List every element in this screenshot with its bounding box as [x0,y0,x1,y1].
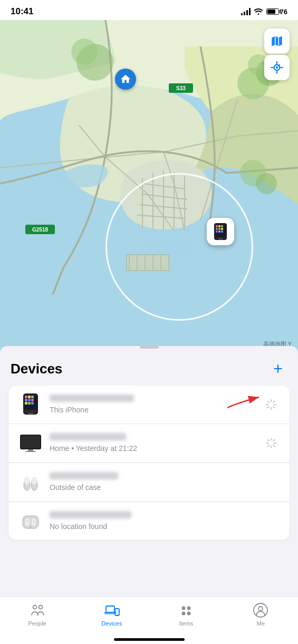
people-tab-label: People [28,620,46,627]
svg-rect-65 [28,402,31,405]
svg-rect-41 [216,225,218,227]
home-pin[interactable] [115,69,136,90]
add-device-button[interactable] [268,359,287,378]
svg-rect-45 [218,228,220,230]
svg-point-77 [24,477,30,485]
device-item-mac[interactable]: Home • Yesterday at 21:22 [8,424,290,462]
iphone-info: This iPhone [50,395,263,415]
mac-name-blurred [50,433,126,440]
svg-rect-67 [28,413,33,414]
svg-rect-43 [221,225,223,227]
battery-icon: 76 [266,8,287,16]
airpods2-status: No location found [50,522,107,531]
svg-point-92 [182,612,186,616]
map-view-button[interactable] [264,28,290,54]
airpods1-info: Outside of case [50,472,279,492]
svg-rect-64 [25,402,27,405]
iphone-name-blurred [50,395,134,402]
svg-point-86 [39,605,42,609]
devices-title: Devices [11,361,62,377]
wifi-icon [254,7,263,16]
svg-point-54 [276,66,278,69]
svg-point-78 [32,477,37,485]
svg-rect-62 [28,399,31,401]
svg-rect-49 [221,230,223,233]
svg-point-85 [33,605,36,609]
items-icon [178,602,194,618]
svg-rect-47 [216,230,218,233]
svg-rect-72 [25,451,36,452]
svg-rect-32 [127,255,169,271]
me-tab-label: Me [257,620,265,627]
device-item-airpods2[interactable]: No location found [8,502,290,540]
svg-point-31 [256,173,277,194]
location-button[interactable] [264,55,290,80]
svg-point-90 [182,607,186,610]
svg-point-93 [187,612,191,616]
tab-items[interactable]: Items [149,602,224,627]
svg-rect-59 [28,396,31,398]
airpods2-info: No location found [50,511,279,531]
svg-rect-63 [31,399,34,401]
airpods1-icon [19,470,42,494]
home-indicator [114,638,185,641]
status-bar: 10:41 76 [0,0,298,20]
svg-point-29 [71,39,98,65]
status-icons: 76 [241,7,287,16]
svg-rect-44 [216,228,218,230]
me-icon [253,602,268,618]
svg-rect-87 [106,606,114,612]
airpods1-status: Outside of case [50,483,101,492]
svg-text:G2518: G2518 [32,227,48,233]
map-view[interactable]: S33 G2518 [0,20,298,352]
devices-icon [104,602,120,618]
devices-header: Devices [0,349,298,386]
airpods2-icon [19,510,42,533]
mac-info: Home • Yesterday at 21:22 [50,433,263,453]
svg-rect-66 [31,402,34,405]
devices-tab-label: Devices [101,620,122,627]
iphone-icon [19,393,42,416]
svg-rect-60 [31,396,34,398]
tab-me[interactable]: Me [224,602,298,627]
mac-action[interactable] [263,435,279,451]
svg-rect-83 [33,520,35,523]
device-map-marker[interactable] [207,218,234,245]
airpods2-name-blurred [50,511,131,518]
items-tab-label: Items [179,620,194,627]
svg-point-95 [258,607,263,611]
tab-people[interactable]: People [0,602,74,627]
mac-status: Home • Yesterday at 21:22 [50,444,137,453]
tab-devices[interactable]: Devices [74,602,149,627]
device-item-airpods1[interactable]: Outside of case [8,463,290,501]
people-icon [30,602,45,618]
map-controls [264,28,290,80]
airpods1-name-blurred [50,472,118,479]
svg-rect-42 [218,225,220,227]
iphone-status: This iPhone [50,406,89,414]
svg-rect-58 [25,396,27,398]
device-list: This iPhone [8,386,290,540]
signal-icon [241,8,251,15]
svg-point-84 [30,526,32,528]
status-time: 10:41 [11,6,33,17]
iphone-action[interactable] [263,397,279,412]
svg-rect-82 [26,520,28,523]
device-item-iphone[interactable]: This iPhone [8,386,290,424]
svg-point-91 [187,607,191,610]
bottom-navigation: People Devices Items [0,597,298,644]
svg-text:S33: S33 [176,85,186,91]
svg-point-94 [254,603,267,617]
svg-rect-61 [25,399,27,401]
svg-rect-48 [218,230,220,233]
svg-rect-70 [21,436,40,448]
svg-rect-50 [218,238,223,239]
svg-rect-46 [221,228,223,230]
mac-icon [19,431,42,455]
